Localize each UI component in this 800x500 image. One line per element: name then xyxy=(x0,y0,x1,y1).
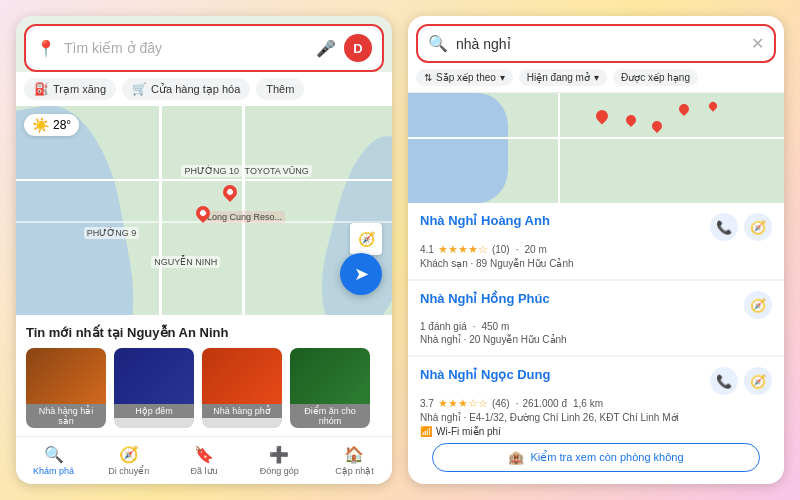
place-card-img-0 xyxy=(26,348,106,404)
map-label-nguyen: NGUYỄN NINH xyxy=(151,256,220,268)
rating-value-0: 4.1 xyxy=(420,244,434,255)
place-card-2[interactable]: Nhà hàng phở xyxy=(202,348,282,428)
result-address-0: Khách sạn · 89 Nguyễn Hữu Cảnh xyxy=(420,258,772,269)
explore-icon: 🔍 xyxy=(44,445,64,464)
filter-chip-grocery[interactable]: 🛒 Cửa hàng tạp hóa xyxy=(122,78,250,100)
small-map-water xyxy=(408,93,508,203)
place-card-img-1 xyxy=(114,348,194,404)
weather-icon: ☀️ xyxy=(32,117,49,133)
bottom-nav: 🔍 Khám phá 🧭 Di chuyển 🔖 Đã lưu ➕ Đóng g… xyxy=(16,436,392,484)
navigate-button-0[interactable]: 🧭 xyxy=(744,213,772,241)
right-panel: 🔍 nhà nghỉ ✕ ⇅ Sắp xếp theo ▾ Hiện đang … xyxy=(408,16,784,484)
directions-icon: 🧭 xyxy=(119,445,139,464)
right-search-bar[interactable]: 🔍 nhà nghỉ ✕ xyxy=(416,24,776,63)
navigate-button-1[interactable]: 🧭 xyxy=(744,291,772,319)
sort-chevron-icon: ▾ xyxy=(500,72,505,83)
hotel-icon: 🏨 xyxy=(508,450,524,465)
left-search-input[interactable]: Tìm kiếm ở đây xyxy=(64,40,308,56)
result-item-2[interactable]: Nhà Nghỉ Ngọc Dung 📞 🧭 3.7 ★★★☆☆ (46) · … xyxy=(408,357,784,484)
place-card-img-3 xyxy=(290,348,370,404)
right-search-text[interactable]: nhà nghỉ xyxy=(456,36,743,52)
dist-val-2: 1,6 km xyxy=(573,398,603,409)
navigate-fab[interactable]: ➤ xyxy=(340,253,382,295)
filter-chip-fuel[interactable]: ⛽ Trạm xăng xyxy=(24,78,116,100)
map-label-phuong10: PHƯỜNG 10 xyxy=(181,165,242,177)
result-rating-2: 3.7 ★★★☆☆ (46) · 261.000 đ 1,6 km xyxy=(420,397,772,410)
search-icon: 🔍 xyxy=(428,34,448,53)
mic-icon[interactable]: 🎤 xyxy=(316,39,336,58)
small-map-pin-4 xyxy=(677,102,691,116)
result-address-1: Nhà nghỉ · 20 Nguyễn Hữu Cảnh xyxy=(420,334,772,345)
rated-label: Được xếp hạng xyxy=(621,72,690,83)
result-header-2: Nhà Nghỉ Ngọc Dung 📞 🧭 xyxy=(420,367,772,395)
stars-2: ★★★☆☆ xyxy=(438,397,488,410)
small-map[interactable] xyxy=(408,93,784,203)
saved-icon: 🔖 xyxy=(194,445,214,464)
nav-item-explore[interactable]: 🔍 Khám phá xyxy=(16,441,91,480)
small-map-pin-1 xyxy=(594,107,611,124)
result-name-1: Nhà Nghỉ Hồng Phúc xyxy=(420,291,744,306)
nav-label-saved: Đã lưu xyxy=(191,466,218,476)
place-card-3[interactable]: Điểm ăn cho nhóm xyxy=(290,348,370,428)
rating-value-2: 3.7 xyxy=(420,398,434,409)
review-count-0: (10) xyxy=(492,244,510,255)
filter-label-more: Thêm xyxy=(266,83,294,95)
road-vertical-1 xyxy=(159,106,162,315)
nav-label-explore: Khám phá xyxy=(33,466,74,476)
sort-icon: ⇅ xyxy=(424,72,432,83)
filter-bar: ⛽ Trạm xăng 🛒 Cửa hàng tạp hóa Thêm xyxy=(16,72,392,106)
temperature-value: 28° xyxy=(53,118,71,132)
map-background: PHƯỜNG 10 PHƯỜNG 9 NGUYỄN NINH Long Cung… xyxy=(16,106,392,315)
avatar[interactable]: D xyxy=(344,34,372,62)
updates-icon: 🏠 xyxy=(344,445,364,464)
compass-button[interactable]: 🧭 xyxy=(350,223,382,255)
result-rating-1: 1 đánh giá · 450 m xyxy=(420,321,772,332)
left-search-bar[interactable]: 📍 Tìm kiếm ở đây 🎤 D xyxy=(24,24,384,72)
navigate-button-2[interactable]: 🧭 xyxy=(744,367,772,395)
result-item-0[interactable]: Nhà Nghỉ Hoàng Anh 📞 🧭 4.1 ★★★★☆ (10) · … xyxy=(408,203,784,280)
distance-1: · xyxy=(473,321,476,332)
sort-chip[interactable]: ⇅ Sắp xếp theo ▾ xyxy=(416,69,513,86)
result-item-1[interactable]: Nhà Nghỉ Hồng Phúc 🧭 1 đánh giá · 450 m … xyxy=(408,281,784,356)
result-actions-1: 🧭 xyxy=(744,291,772,319)
phone-button-2[interactable]: 📞 xyxy=(710,367,738,395)
nav-label-updates: Cập nhật xyxy=(335,466,374,476)
small-map-pin-2 xyxy=(624,113,638,127)
nav-item-directions[interactable]: 🧭 Di chuyển xyxy=(91,441,166,480)
open-now-chevron-icon: ▾ xyxy=(594,72,599,83)
result-header-1: Nhà Nghỉ Hồng Phúc 🧭 xyxy=(420,291,772,319)
small-map-road-v xyxy=(558,93,560,203)
road-horizontal-1 xyxy=(16,179,392,181)
dist-val-1: 450 m xyxy=(482,321,510,332)
pin-icon: 📍 xyxy=(36,39,56,58)
filter-label-grocery: Cửa hàng tạp hóa xyxy=(151,83,240,96)
check-rooms-button[interactable]: 🏨 Kiểm tra xem còn phòng không xyxy=(432,443,760,472)
phone-button-0[interactable]: 📞 xyxy=(710,213,738,241)
small-map-pin-3 xyxy=(650,118,664,132)
nav-item-contribute[interactable]: ➕ Đóng góp xyxy=(242,441,317,480)
distance-sep-2: · xyxy=(516,398,519,409)
rated-chip[interactable]: Được xếp hạng xyxy=(613,69,698,86)
place-cards-list: Nhà hàng hải sản Hộp đêm Nhà hàng phở Đi… xyxy=(26,348,382,436)
small-map-road-h xyxy=(408,137,784,139)
open-now-chip[interactable]: Hiện đang mở ▾ xyxy=(519,69,607,86)
place-card-label-2: Nhà hàng phở xyxy=(202,404,282,418)
nav-item-saved[interactable]: 🔖 Đã lưu xyxy=(166,441,241,480)
map-label-toyota: TOYOTA VŨNG xyxy=(242,165,312,177)
filter-chip-more[interactable]: Thêm xyxy=(256,78,304,100)
right-filter-bar: ⇅ Sắp xếp theo ▾ Hiện đang mở ▾ Được xếp… xyxy=(408,63,784,93)
check-rooms-label: Kiểm tra xem còn phòng không xyxy=(530,451,683,464)
result-header-0: Nhà Nghỉ Hoàng Anh 📞 🧭 xyxy=(420,213,772,241)
place-card-img-2 xyxy=(202,348,282,404)
nav-item-updates[interactable]: 🏠 Cập nhật xyxy=(317,441,392,480)
result-actions-2: 📞 🧭 xyxy=(710,367,772,395)
wifi-label-2: Wi-Fi miễn phí xyxy=(436,426,501,437)
place-card-1[interactable]: Hộp đêm xyxy=(114,348,194,428)
map-water-left xyxy=(16,106,149,315)
place-card-0[interactable]: Nhà hàng hải sản xyxy=(26,348,106,428)
clear-icon[interactable]: ✕ xyxy=(751,34,764,53)
filter-label-fuel: Trạm xăng xyxy=(53,83,106,96)
results-list: Nhà Nghỉ Hoàng Anh 📞 🧭 4.1 ★★★★☆ (10) · … xyxy=(408,203,784,484)
sort-label: Sắp xếp theo xyxy=(436,72,496,83)
stars-0: ★★★★☆ xyxy=(438,243,488,256)
